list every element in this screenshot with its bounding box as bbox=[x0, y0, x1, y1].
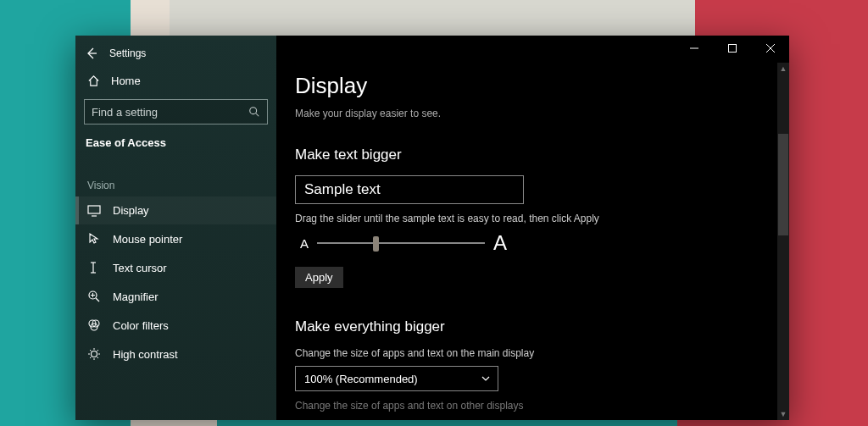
nav-group-label: Vision bbox=[75, 158, 276, 196]
sample-text-preview: Sample text bbox=[295, 175, 524, 204]
home-label: Home bbox=[111, 75, 141, 87]
close-button[interactable] bbox=[751, 36, 789, 61]
slider-max-label: A bbox=[493, 231, 507, 255]
maximize-button[interactable] bbox=[713, 36, 751, 61]
text-cursor-icon bbox=[87, 261, 101, 274]
search-icon bbox=[248, 106, 260, 118]
page-title: Display bbox=[295, 73, 755, 99]
page-subtitle: Make your display easier to see. bbox=[295, 108, 755, 119]
settings-window: Settings Home Find a setting Ease of Acc… bbox=[75, 36, 789, 420]
nav-item-text-cursor[interactable]: Text cursor bbox=[75, 253, 276, 282]
apply-button[interactable]: Apply bbox=[295, 267, 343, 288]
display-scale-dropdown[interactable]: 100% (Recommended) bbox=[295, 366, 498, 391]
category-label: Ease of Access bbox=[75, 136, 276, 158]
nav-item-label: Display bbox=[113, 204, 149, 217]
other-displays-link[interactable]: Change the size of apps and text on othe… bbox=[295, 400, 755, 412]
nav-item-magnifier[interactable]: Magnifier bbox=[75, 282, 276, 311]
magnifier-icon bbox=[87, 290, 101, 303]
slider-min-label: A bbox=[300, 236, 309, 251]
mouse-pointer-icon bbox=[87, 232, 101, 246]
main-scrollbar[interactable]: ▲ ▼ bbox=[777, 63, 789, 420]
nav-item-high-contrast[interactable]: High contrast bbox=[75, 340, 276, 368]
svg-point-19 bbox=[92, 351, 97, 357]
display-icon bbox=[87, 205, 101, 217]
scrollbar-thumb[interactable] bbox=[778, 134, 788, 235]
svg-line-25 bbox=[97, 357, 99, 359]
slider-thumb[interactable] bbox=[373, 236, 379, 252]
section-make-text-bigger-heading: Make text bigger bbox=[295, 147, 755, 163]
desktop-background-strip bbox=[170, 0, 695, 36]
search-input[interactable]: Find a setting bbox=[84, 99, 268, 124]
home-icon bbox=[87, 75, 101, 87]
main-display-scale-label: Change the size of apps and text on the … bbox=[295, 347, 755, 359]
main-content: ▲ ▼ Display Make your display easier to … bbox=[276, 36, 789, 420]
nav-item-label: High contrast bbox=[113, 348, 178, 361]
svg-point-5 bbox=[250, 108, 257, 114]
scroll-up-arrow-icon[interactable]: ▲ bbox=[777, 63, 789, 75]
nav-item-display[interactable]: Display bbox=[75, 196, 276, 224]
home-nav[interactable]: Home bbox=[75, 68, 276, 96]
svg-line-26 bbox=[97, 350, 99, 351]
nav-item-label: Text cursor bbox=[113, 262, 167, 274]
window-titlebar-buttons bbox=[675, 36, 789, 61]
svg-line-27 bbox=[90, 357, 92, 359]
nav-item-label: Mouse pointer bbox=[113, 233, 182, 246]
svg-line-6 bbox=[256, 113, 259, 117]
slider-instruction: Drag the slider until the sample text is… bbox=[295, 213, 755, 224]
back-arrow-icon[interactable] bbox=[86, 47, 97, 59]
nav-item-color-filters[interactable]: Color filters bbox=[75, 311, 276, 340]
svg-line-13 bbox=[96, 298, 99, 302]
color-filters-icon bbox=[87, 318, 101, 332]
high-contrast-icon bbox=[87, 347, 101, 361]
svg-line-24 bbox=[90, 350, 92, 351]
nav-item-label: Color filters bbox=[113, 319, 169, 332]
search-placeholder: Find a setting bbox=[92, 106, 158, 119]
section-make-everything-bigger-heading: Make everything bigger bbox=[295, 318, 755, 335]
svg-rect-1 bbox=[728, 45, 736, 53]
chevron-down-icon bbox=[481, 373, 491, 384]
text-size-slider[interactable] bbox=[317, 242, 485, 244]
sidebar: Settings Home Find a setting Ease of Acc… bbox=[75, 36, 276, 420]
nav-item-label: Magnifier bbox=[113, 290, 158, 303]
minimize-button[interactable] bbox=[675, 36, 713, 61]
app-name: Settings bbox=[109, 47, 146, 59]
scroll-down-arrow-icon[interactable]: ▼ bbox=[777, 408, 789, 420]
svg-rect-7 bbox=[88, 206, 100, 213]
nav-item-mouse-pointer[interactable]: Mouse pointer bbox=[75, 224, 276, 253]
text-size-slider-row: A A bbox=[295, 231, 755, 255]
dropdown-value: 100% (Recommended) bbox=[304, 373, 418, 385]
